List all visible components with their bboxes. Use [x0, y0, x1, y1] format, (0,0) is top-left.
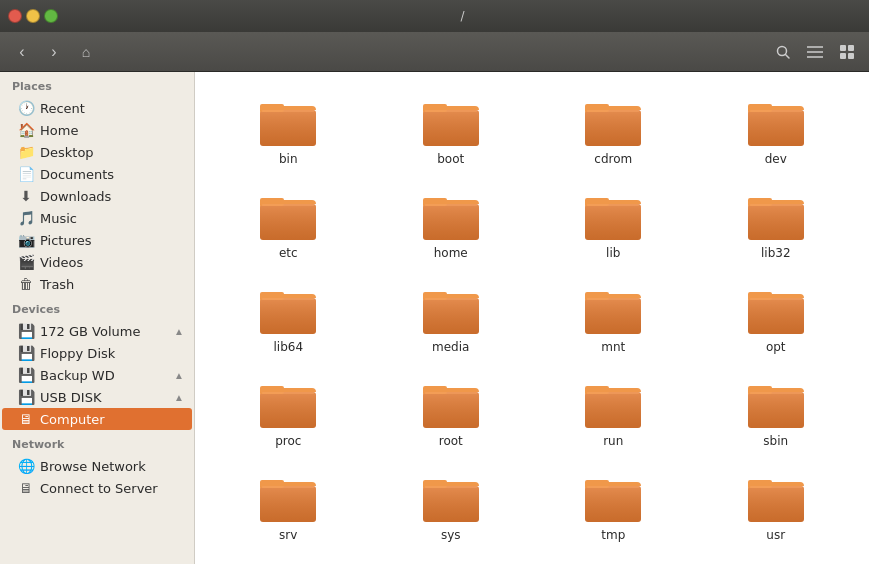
network-section-label: Network	[0, 430, 194, 455]
file-item-dev[interactable]: dev	[699, 88, 854, 174]
file-item-run[interactable]: run	[536, 370, 691, 456]
sidebar-item-browse[interactable]: 🌐Browse Network	[2, 455, 192, 477]
sidebar-label-backup: Backup WD	[40, 368, 115, 383]
file-item-initrd.img.old[interactable]: initrd.img.old	[536, 558, 691, 564]
file-item-srv[interactable]: srv	[211, 464, 366, 550]
close-button[interactable]	[8, 9, 22, 23]
file-item-opt[interactable]: opt	[699, 276, 854, 362]
svg-rect-52	[587, 298, 639, 300]
sidebar-label-trash: Trash	[40, 277, 74, 292]
sidebar-item-connect[interactable]: 🖥Connect to Server	[2, 477, 192, 499]
sidebar-item-music[interactable]: 🎵Music	[2, 207, 192, 229]
svg-rect-66	[585, 392, 641, 428]
eject-backup-button[interactable]: ▲	[170, 368, 188, 383]
svg-rect-78	[423, 486, 479, 522]
folder-icon	[258, 96, 318, 148]
file-item-cdrom[interactable]: cdrom	[536, 88, 691, 174]
svg-rect-50	[585, 298, 641, 334]
folder-icon	[746, 96, 806, 148]
sidebar-label-connect: Connect to Server	[40, 481, 158, 496]
svg-rect-74	[260, 486, 316, 522]
menu-button[interactable]	[801, 38, 829, 66]
svg-rect-6	[848, 45, 854, 51]
file-item-usr[interactable]: usr	[699, 464, 854, 550]
file-item-initrd.img[interactable]: initrd.img	[374, 558, 529, 564]
172gb-icon: 💾	[18, 323, 34, 339]
svg-rect-60	[262, 392, 314, 394]
maximize-button[interactable]	[44, 9, 58, 23]
minimize-button[interactable]	[26, 9, 40, 23]
sidebar-item-backup[interactable]: 💾 Backup WD ▲	[2, 364, 192, 386]
sidebar-item-documents[interactable]: 📄Documents	[2, 163, 192, 185]
sidebar-item-downloads[interactable]: ⬇Downloads	[2, 185, 192, 207]
file-item-var[interactable]: var	[211, 558, 366, 564]
sidebar-label-videos: Videos	[40, 255, 83, 270]
sidebar-item-home[interactable]: 🏠Home	[2, 119, 192, 141]
file-label: lib	[606, 246, 620, 260]
sidebar-label-computer: Computer	[40, 412, 105, 427]
svg-rect-44	[262, 298, 314, 300]
file-item-home[interactable]: home	[374, 182, 529, 268]
sidebar-item-videos[interactable]: 🎬Videos	[2, 251, 192, 273]
file-label: usr	[766, 528, 785, 542]
svg-rect-76	[262, 486, 314, 488]
floppy-icon: 💾	[18, 345, 34, 361]
folder-icon	[583, 472, 643, 524]
folder-icon	[258, 284, 318, 336]
folder-icon	[746, 284, 806, 336]
sidebar-item-trash[interactable]: 🗑Trash	[2, 273, 192, 295]
file-item-boot[interactable]: boot	[374, 88, 529, 174]
file-item-lib64[interactable]: lib64	[211, 276, 366, 362]
sidebar-item-usb[interactable]: 💾 USB DISK ▲	[2, 386, 192, 408]
window-controls	[8, 9, 58, 23]
file-item-tmp[interactable]: tmp	[536, 464, 691, 550]
sidebar-label-172gb: 172 GB Volume	[40, 324, 140, 339]
back-button[interactable]: ‹	[8, 38, 36, 66]
eject-usb-button[interactable]: ▲	[170, 390, 188, 405]
sidebar-item-desktop[interactable]: 📁Desktop	[2, 141, 192, 163]
sidebar-devices: 💾 172 GB Volume ▲ 💾Floppy Disk 💾 Backup …	[0, 320, 194, 430]
svg-rect-68	[587, 392, 639, 394]
file-label: tmp	[601, 528, 625, 542]
file-item-lib32[interactable]: lib32	[699, 182, 854, 268]
file-item-vmlinuz[interactable]: 1 0 1 0 1 1 1 0 1 6 vmlinuz	[699, 558, 854, 564]
sidebar-item-pictures[interactable]: 📷Pictures	[2, 229, 192, 251]
file-item-sys[interactable]: sys	[374, 464, 529, 550]
file-label: boot	[437, 152, 464, 166]
window-title: /	[64, 9, 861, 23]
folder-icon	[583, 284, 643, 336]
file-item-etc[interactable]: etc	[211, 182, 366, 268]
sidebar-item-computer[interactable]: 🖥Computer	[2, 408, 192, 430]
sidebar-item-172gb[interactable]: 💾 172 GB Volume ▲	[2, 320, 192, 342]
svg-rect-38	[748, 204, 804, 240]
file-label: etc	[279, 246, 298, 260]
folder-icon	[421, 284, 481, 336]
svg-rect-20	[587, 110, 639, 112]
file-item-mnt[interactable]: mnt	[536, 276, 691, 362]
file-item-lib[interactable]: lib	[536, 182, 691, 268]
sidebar-item-floppy[interactable]: 💾Floppy Disk	[2, 342, 192, 364]
file-item-proc[interactable]: proc	[211, 370, 366, 456]
file-item-sbin[interactable]: sbin	[699, 370, 854, 456]
svg-rect-18	[585, 110, 641, 146]
file-label: proc	[275, 434, 301, 448]
toolbar: ‹ › ⌂	[0, 32, 869, 72]
sidebar-label-pictures: Pictures	[40, 233, 91, 248]
file-item-bin[interactable]: bin	[211, 88, 366, 174]
sidebar-item-recent[interactable]: 🕐Recent	[2, 97, 192, 119]
home-button[interactable]: ⌂	[72, 38, 100, 66]
sidebar-label-desktop: Desktop	[40, 145, 94, 160]
grid-view-button[interactable]	[833, 38, 861, 66]
forward-button[interactable]: ›	[40, 38, 68, 66]
search-button[interactable]	[769, 38, 797, 66]
file-label: opt	[766, 340, 786, 354]
eject-172gb-button[interactable]: ▲	[170, 324, 188, 339]
trash-icon: 🗑	[18, 276, 34, 292]
places-section-label: Places	[0, 72, 194, 97]
svg-rect-58	[260, 392, 316, 428]
svg-rect-42	[260, 298, 316, 334]
file-label: sys	[441, 528, 461, 542]
svg-rect-22	[748, 110, 804, 146]
file-item-root[interactable]: root	[374, 370, 529, 456]
file-item-media[interactable]: media	[374, 276, 529, 362]
